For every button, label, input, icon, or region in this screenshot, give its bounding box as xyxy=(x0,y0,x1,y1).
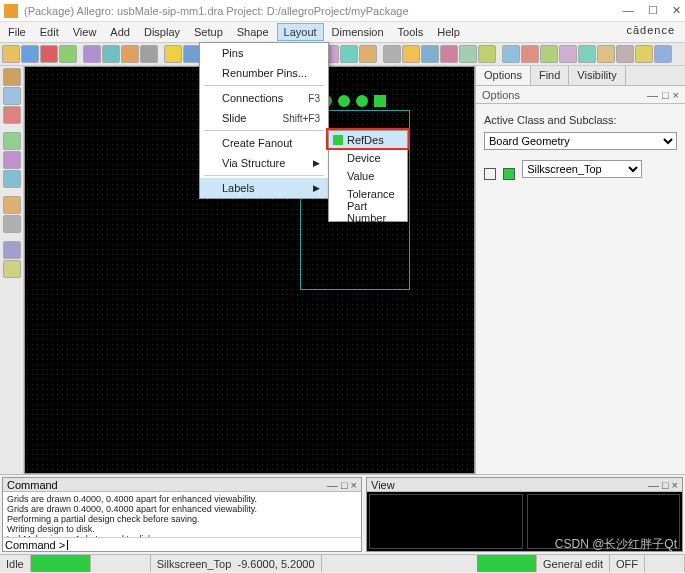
view-header: View xyxy=(371,479,395,491)
menu-item-create-fanout[interactable]: Create Fanout xyxy=(200,133,328,153)
status-indicator-1 xyxy=(31,555,91,572)
toolbar-button-22[interactable] xyxy=(440,45,458,63)
toolbar-button-1[interactable] xyxy=(21,45,39,63)
submenu-refdes[interactable]: RefDes xyxy=(329,131,407,149)
menu-edit[interactable]: Edit xyxy=(34,24,65,40)
menu-file[interactable]: File xyxy=(2,24,32,40)
command-header: Command xyxy=(7,479,58,491)
toolbar-button-6[interactable] xyxy=(121,45,139,63)
subclass-visible-checkbox[interactable] xyxy=(484,168,496,180)
menu-item-slide[interactable]: SlideShift+F3 xyxy=(200,108,328,128)
toolbar-button-24[interactable] xyxy=(478,45,496,63)
status-mode: General edit xyxy=(537,555,610,572)
panel-close-icon[interactable]: × xyxy=(673,89,679,101)
toolbar-button-29[interactable] xyxy=(578,45,596,63)
menu-dimension[interactable]: Dimension xyxy=(326,24,390,40)
options-header: Options xyxy=(482,89,520,101)
toolbar-button-27[interactable] xyxy=(540,45,558,63)
menu-item-pins[interactable]: Pins xyxy=(200,43,328,63)
menu-view[interactable]: View xyxy=(67,24,103,40)
toolbar-button-5[interactable] xyxy=(102,45,120,63)
menu-display[interactable]: Display xyxy=(138,24,186,40)
toolbar-button-25[interactable] xyxy=(502,45,520,63)
toolbar-button-33[interactable] xyxy=(654,45,672,63)
menu-add[interactable]: Add xyxy=(104,24,136,40)
toolbar-button-0[interactable] xyxy=(2,45,20,63)
menu-item-labels[interactable]: Labels▶ xyxy=(200,178,328,198)
panel-pin-icon[interactable]: □ xyxy=(662,89,669,101)
left-tool-9[interactable] xyxy=(3,260,21,278)
left-tool-8[interactable] xyxy=(3,241,21,259)
toolbar-button-28[interactable] xyxy=(559,45,577,63)
left-toolbar xyxy=(0,66,24,474)
status-off: OFF xyxy=(610,555,645,572)
toolbar-button-30[interactable] xyxy=(597,45,615,63)
toolbar-button-3[interactable] xyxy=(59,45,77,63)
menu-item-connections[interactable]: ConnectionsF3 xyxy=(200,88,328,108)
toolbar-button-7[interactable] xyxy=(140,45,158,63)
left-tool-7[interactable] xyxy=(3,215,21,233)
toolbar-button-20[interactable] xyxy=(402,45,420,63)
close-button[interactable]: ✕ xyxy=(672,4,681,17)
class-select[interactable]: Board Geometry xyxy=(484,132,677,150)
layout-menu-dropdown: PinsRenumber Pins...ConnectionsF3SlideSh… xyxy=(199,42,329,199)
pads xyxy=(320,95,386,107)
menubar: FileEditViewAddDisplaySetupShapeLayoutDi… xyxy=(0,22,685,42)
tab-options[interactable]: Options xyxy=(476,66,531,85)
toolbar-button-31[interactable] xyxy=(616,45,634,63)
statusbar: Idle Silkscreen_Top -9.6000, 5.2000 Gene… xyxy=(0,554,685,572)
status-idle: Idle xyxy=(0,555,31,572)
window-title: (Package) Allegro: usbMale-sip-mm1.dra P… xyxy=(24,5,623,17)
left-tool-6[interactable] xyxy=(3,196,21,214)
command-panel: Command—□× Grids are drawn 0.4000, 0.400… xyxy=(2,477,362,552)
command-input[interactable]: Command > xyxy=(3,537,361,551)
toolbar-button-17[interactable] xyxy=(340,45,358,63)
menu-tools[interactable]: Tools xyxy=(392,24,430,40)
menu-help[interactable]: Help xyxy=(431,24,466,40)
left-tool-1[interactable] xyxy=(3,87,21,105)
left-tool-2[interactable] xyxy=(3,106,21,124)
view-panel: View—□× xyxy=(366,477,683,552)
right-panel: OptionsFindVisibility Options —□× Active… xyxy=(475,66,685,474)
status-layer: Silkscreen_Top -9.6000, 5.2000 xyxy=(151,555,322,572)
tab-find[interactable]: Find xyxy=(531,66,569,85)
active-class-label: Active Class and Subclass: xyxy=(484,114,677,126)
app-icon xyxy=(4,4,18,18)
left-tool-4[interactable] xyxy=(3,151,21,169)
status-indicator-2 xyxy=(477,555,537,572)
panel-min-icon[interactable]: — xyxy=(647,89,658,101)
labels-submenu: RefDesDeviceValueTolerancePart Number xyxy=(328,130,408,222)
minimize-button[interactable]: — xyxy=(623,4,634,17)
brand-logo: cādence xyxy=(626,24,675,36)
left-tool-0[interactable] xyxy=(3,68,21,86)
toolbar-button-4[interactable] xyxy=(83,45,101,63)
toolbar-button-23[interactable] xyxy=(459,45,477,63)
left-tool-3[interactable] xyxy=(3,132,21,150)
toolbar-button-2[interactable] xyxy=(40,45,58,63)
toolbar-button-32[interactable] xyxy=(635,45,653,63)
submenu-part-number[interactable]: Part Number xyxy=(329,203,407,221)
menu-item-renumber-pins-[interactable]: Renumber Pins... xyxy=(200,63,328,83)
maximize-button[interactable]: ☐ xyxy=(648,4,658,17)
command-log: Grids are drawn 0.4000, 0.4000 apart for… xyxy=(3,492,361,537)
subclass-color-swatch[interactable] xyxy=(503,168,515,180)
menu-setup[interactable]: Setup xyxy=(188,24,229,40)
subclass-select[interactable]: Silkscreen_Top xyxy=(522,160,642,178)
main-toolbar xyxy=(0,42,685,66)
menu-layout[interactable]: Layout xyxy=(277,23,324,41)
toolbar-button-8[interactable] xyxy=(164,45,182,63)
toolbar-button-26[interactable] xyxy=(521,45,539,63)
left-tool-5[interactable] xyxy=(3,170,21,188)
menu-item-via-structure[interactable]: Via Structure▶ xyxy=(200,153,328,173)
toolbar-button-19[interactable] xyxy=(383,45,401,63)
tab-visibility[interactable]: Visibility xyxy=(569,66,626,85)
toolbar-button-18[interactable] xyxy=(359,45,377,63)
submenu-value[interactable]: Value xyxy=(329,167,407,185)
submenu-device[interactable]: Device xyxy=(329,149,407,167)
menu-shape[interactable]: Shape xyxy=(231,24,275,40)
toolbar-button-21[interactable] xyxy=(421,45,439,63)
